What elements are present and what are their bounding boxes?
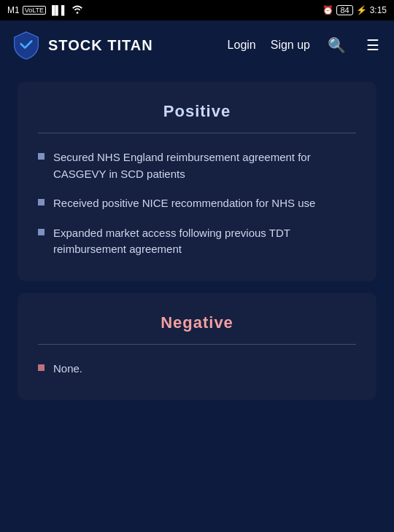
list-item: Secured NHS England reimbursement agreem… — [38, 149, 356, 182]
alarm-icon: ⏰ — [322, 5, 333, 15]
positive-card: Positive Secured NHS England reimburseme… — [18, 82, 376, 281]
positive-card-title: Positive — [38, 102, 356, 121]
main-content: Positive Secured NHS England reimburseme… — [0, 70, 394, 412]
bullet-icon — [38, 199, 45, 206]
negative-divider — [38, 344, 356, 345]
positive-item-2: Received positive NICE recommendation fo… — [53, 195, 315, 212]
status-bar: M1 VoLTE ▐▌▌ ⏰ 84 ⚡ 3:15 — [0, 0, 394, 20]
logo-icon — [12, 31, 41, 60]
nav-links: Login Sign up 🔍 ☰ — [228, 34, 382, 57]
carrier-label: M1 — [7, 5, 20, 15]
negative-card: Negative None. — [18, 293, 376, 401]
bullet-icon — [38, 153, 45, 160]
wifi-icon — [71, 4, 84, 17]
positive-item-1: Secured NHS England reimbursement agreem… — [53, 149, 356, 182]
list-item: Expanded market access following previou… — [38, 225, 356, 258]
negative-item-1: None. — [53, 361, 82, 378]
clock-label: 3:15 — [370, 5, 387, 15]
svg-point-0 — [76, 12, 78, 14]
list-item: Received positive NICE recommendation fo… — [38, 195, 356, 212]
negative-bullet-list: None. — [38, 361, 356, 378]
search-icon[interactable]: 🔍 — [325, 34, 349, 57]
logo-text: STOCK TITAN — [48, 37, 153, 54]
menu-icon[interactable]: ☰ — [363, 34, 382, 57]
bullet-icon — [38, 364, 45, 371]
charging-icon: ⚡ — [356, 5, 367, 15]
positive-bullet-list: Secured NHS England reimbursement agreem… — [38, 149, 356, 258]
volte-label: VoLTE — [23, 6, 46, 15]
logo-area: STOCK TITAN — [12, 31, 228, 60]
positive-item-3: Expanded market access following previou… — [53, 225, 356, 258]
header: STOCK TITAN Login Sign up 🔍 ☰ — [0, 20, 394, 70]
status-left: M1 VoLTE ▐▌▌ — [7, 4, 84, 17]
list-item: None. — [38, 361, 356, 378]
bullet-icon — [38, 229, 45, 235]
negative-card-title: Negative — [38, 313, 356, 332]
login-link[interactable]: Login — [228, 39, 256, 52]
signal-icon: ▐▌▌ — [49, 5, 68, 15]
signup-link[interactable]: Sign up — [271, 39, 310, 52]
positive-divider — [38, 133, 356, 133]
status-right: ⏰ 84 ⚡ 3:15 — [322, 5, 387, 15]
battery-label: 84 — [336, 5, 352, 15]
